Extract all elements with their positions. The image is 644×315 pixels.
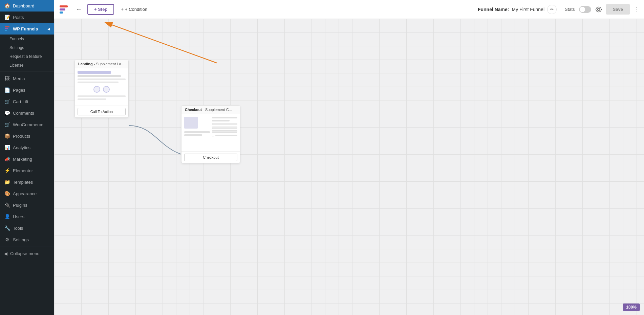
funnel-name-area: Funnel Name: My First Funnel ✏	[478, 5, 557, 14]
stats-toggle[interactable]	[579, 6, 591, 13]
sidebar-item-analytics[interactable]: 📊 Analytics	[0, 142, 54, 153]
checkout-card-footer: Checkout	[181, 151, 240, 163]
pages-icon: 📄	[4, 87, 10, 93]
lp-header-bar	[78, 71, 111, 74]
sidebar-subitem-license[interactable]: License	[0, 61, 54, 70]
collapse-label: Collapse menu	[10, 251, 40, 256]
sidebar-item-marketing[interactable]: 📣 Marketing	[0, 153, 54, 165]
checkout-product-img	[184, 117, 198, 129]
checkout-left	[184, 117, 210, 136]
appearance-icon: 🎨	[4, 190, 10, 197]
collapse-menu-item[interactable]: ◀ Collapse menu	[0, 248, 54, 259]
funnel-name-value: My First Funnel	[512, 7, 544, 12]
sidebar-subitem-request-feature[interactable]: Request a feature	[0, 52, 54, 61]
sidebar-item-label: Cart Lift	[13, 99, 28, 104]
sidebar-item-plugins[interactable]: 🔌 Plugins	[0, 199, 54, 211]
woocommerce-icon: 🛒	[4, 121, 10, 128]
svg-rect-2	[5, 30, 7, 31]
stats-label: Stats	[565, 7, 575, 12]
lp-subheader-bar	[78, 75, 121, 77]
sidebar-subitem-funnels[interactable]: Funnels	[0, 35, 54, 43]
sidebar-item-cart-lift[interactable]: 🛒 Cart Lift	[0, 96, 54, 107]
sidebar-item-tools[interactable]: 🔧 Tools	[0, 222, 54, 234]
lp-line-2	[78, 82, 119, 83]
cp-line-1	[184, 131, 210, 133]
landing-card[interactable]: Landing - Supplement La...	[74, 60, 129, 118]
svg-point-6	[597, 8, 600, 10]
cp-input-3	[212, 130, 238, 133]
sidebar-item-dashboard[interactable]: 🏠 Dashboard	[0, 0, 54, 12]
sidebar-item-settings[interactable]: ⚙ Settings	[0, 234, 54, 245]
toolbar: ← + Step + + Condition Funnel Name: My F…	[54, 0, 644, 19]
sidebar-item-products[interactable]: 📦 Products	[0, 130, 54, 142]
landing-preview	[78, 71, 126, 100]
cp-checkbox-label	[215, 135, 238, 136]
wp-funnels-icon	[4, 26, 10, 32]
lp-line-3	[78, 95, 126, 97]
landing-cta-button[interactable]: Call To Action	[78, 108, 126, 115]
checkout-card-subtitle: - Supplement C...	[203, 108, 232, 112]
checkout-card-body	[181, 114, 240, 151]
sidebar-item-wp-funnels[interactable]: WP Funnels ◀	[0, 23, 54, 35]
sidebar: 🏠 Dashboard 📝 Posts WP Funnels ◀ Funnels…	[0, 0, 54, 315]
preview-button[interactable]	[595, 6, 602, 13]
sidebar-item-users[interactable]: 👤 Users	[0, 211, 54, 222]
analytics-icon: 📊	[4, 144, 10, 151]
sidebar-item-comments[interactable]: 💬 Comments	[0, 107, 54, 119]
wp-funnels-submenu: Funnels Settings Request a feature Licen…	[0, 35, 54, 70]
svg-line-9	[105, 22, 217, 63]
landing-card-body	[75, 68, 128, 106]
condition-button[interactable]: + + Condition	[117, 5, 151, 14]
collapse-arrow-icon: ◀	[47, 27, 50, 31]
sidebar-item-appearance[interactable]: 🎨 Appearance	[0, 188, 54, 199]
products-icon: 📦	[4, 133, 10, 139]
sidebar-item-woocommerce[interactable]: 🛒 WooCommerce	[0, 119, 54, 130]
checkout-card[interactable]: Checkout - Supplement C...	[181, 105, 240, 163]
svg-rect-1	[5, 28, 8, 29]
tools-icon: 🔧	[4, 225, 10, 231]
more-options-button[interactable]: ⋮	[634, 6, 640, 13]
sidebar-item-label: Tools	[13, 226, 23, 231]
checkout-right	[212, 117, 238, 136]
svg-rect-3	[60, 5, 68, 7]
elementor-icon: ⚡	[4, 167, 10, 174]
sidebar-item-label: WP Funnels	[13, 26, 38, 31]
marketing-icon: 📣	[4, 156, 10, 162]
checkout-card-type: Checkout	[185, 108, 202, 112]
lp-circle-2	[103, 86, 110, 93]
svg-rect-5	[60, 12, 63, 14]
lp-circle-row	[78, 86, 126, 93]
funnel-edit-button[interactable]: ✏	[547, 5, 557, 14]
back-button[interactable]: ←	[73, 4, 85, 14]
sidebar-item-label: Comments	[13, 111, 34, 116]
sidebar-item-posts[interactable]: 📝 Posts	[0, 12, 54, 23]
cp-line-4	[212, 120, 230, 121]
condition-plus-icon: +	[121, 7, 124, 12]
sidebar-item-label: Settings	[13, 237, 29, 242]
sidebar-item-label: Pages	[13, 88, 25, 93]
checkout-cta-button[interactable]: Checkout	[184, 154, 237, 161]
condition-button-label: + Condition	[125, 7, 147, 12]
canvas-connectors	[54, 19, 644, 315]
sidebar-item-label: Appearance	[13, 191, 37, 196]
sidebar-item-media[interactable]: 🖼 Media	[0, 73, 54, 84]
landing-card-header: Landing - Supplement La...	[75, 60, 128, 68]
cart-lift-icon: 🛒	[4, 98, 10, 105]
sidebar-item-label: Elementor	[13, 168, 33, 173]
sidebar-subitem-settings[interactable]: Settings	[0, 43, 54, 52]
cp-input-2	[212, 127, 238, 129]
templates-icon: 📁	[4, 179, 10, 185]
step-button[interactable]: + Step	[87, 4, 114, 15]
plugins-icon: 🔌	[4, 202, 10, 208]
save-button[interactable]: Save	[606, 4, 630, 15]
svg-rect-0	[5, 26, 9, 27]
canvas-area[interactable]: Landing - Supplement La...	[54, 19, 644, 315]
funnel-name-prefix: Funnel Name:	[478, 7, 509, 12]
svg-rect-4	[60, 8, 65, 10]
sidebar-item-elementor[interactable]: ⚡ Elementor	[0, 165, 54, 176]
zoom-badge: 100%	[623, 303, 640, 311]
sidebar-item-templates[interactable]: 📁 Templates	[0, 176, 54, 188]
checkout-card-header: Checkout - Supplement C...	[181, 106, 240, 114]
sidebar-item-pages[interactable]: 📄 Pages	[0, 84, 54, 96]
settings-icon: ⚙	[4, 237, 10, 243]
